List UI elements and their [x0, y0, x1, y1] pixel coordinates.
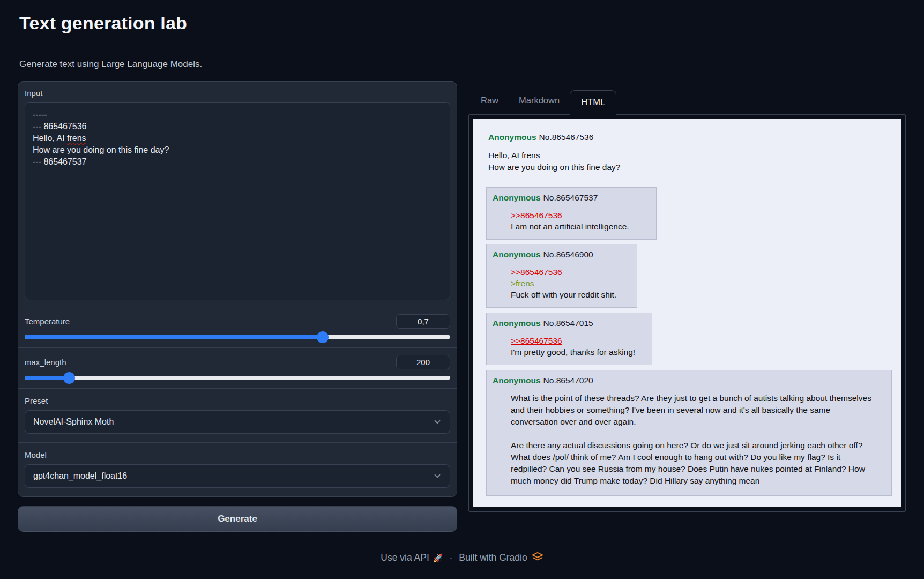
post-body: What is the point of these threads? Are …	[511, 392, 878, 487]
post-header: AnonymousNo.86547015	[493, 318, 646, 328]
post-number: No.865467536	[539, 132, 594, 142]
op-post: AnonymousNo.865467536 Hello, AI frens Ho…	[488, 132, 892, 173]
textarea-line: --- 865467536	[33, 121, 442, 132]
model-dropdown[interactable]: gpt4chan_model_float16	[25, 464, 450, 488]
preset-dropdown[interactable]: NovelAI-Sphinx Moth	[25, 410, 450, 434]
preset-row: Preset NovelAI-Sphinx Moth	[18, 388, 457, 442]
reply-post: AnonymousNo.86547015 >>865467536 I'm pre…	[486, 313, 652, 365]
quote-link[interactable]: >>865467536	[511, 266, 562, 278]
post-body: >>865467536 >frens Fuck off with your re…	[511, 266, 624, 300]
max-length-slider[interactable]	[25, 376, 450, 380]
post-body: Hello, AI frens How are you doing on thi…	[488, 150, 892, 173]
model-selected-value: gpt4chan_model_float16	[33, 471, 127, 481]
tab-html[interactable]: HTML	[570, 90, 616, 115]
poster-name: Anonymous	[493, 193, 541, 202]
quote-link[interactable]: >>865467536	[511, 335, 562, 346]
post-number: No.865467537	[543, 193, 598, 202]
controls-panel: Input ----- --- 865467536 Hello, AI fren…	[18, 81, 457, 497]
rocket-icon: 🚀	[433, 553, 443, 562]
built-with-gradio-link[interactable]: Built with Gradio	[459, 552, 527, 563]
post-header: AnonymousNo.865467536	[488, 132, 892, 142]
post-body: >>865467536 I'm pretty good, thanks for …	[511, 335, 639, 358]
textarea-line: How are you doing on this fine day?	[33, 144, 442, 156]
temperature-label: Temperature	[25, 317, 70, 326]
page-subtitle: Generate text using Large Language Model…	[19, 59, 202, 70]
footer: Use via API🚀·Built with Gradio	[0, 551, 924, 563]
post-header: AnonymousNo.86547020	[493, 376, 886, 385]
page-title: Text generation lab	[19, 13, 187, 34]
model-label: Model	[25, 450, 450, 459]
post-number: No.86547020	[543, 376, 593, 385]
chevron-down-icon	[433, 417, 442, 427]
temperature-row: Temperature 0,7	[18, 307, 457, 347]
post-body: >>865467536 I am not an artificial intel…	[511, 210, 643, 232]
max-length-row: max_length 200	[18, 347, 457, 388]
model-row: Model gpt4chan_model_float16	[18, 442, 457, 496]
textarea-line: --- 865467537	[33, 156, 442, 168]
output-column: Raw Markdown HTML AnonymousNo.865467536 …	[468, 86, 906, 512]
gradio-logo-icon	[532, 551, 543, 563]
reply-post: AnonymousNo.865467537 >>865467536 I am n…	[486, 187, 657, 240]
textarea-line: -----	[33, 109, 442, 121]
textarea-line: Hello, AI frens	[33, 132, 442, 144]
temperature-slider-fill	[25, 335, 323, 339]
poster-name: Anonymous	[493, 376, 541, 385]
input-textarea[interactable]: ----- --- 865467536 Hello, AI frens How …	[25, 102, 450, 300]
input-row: Input ----- --- 865467536 Hello, AI fren…	[18, 82, 457, 307]
post-header: AnonymousNo.86546900	[493, 250, 631, 259]
post-number: No.86547015	[543, 318, 593, 328]
reply-post: AnonymousNo.86546900 >>865467536 >frens …	[486, 244, 637, 308]
preset-selected-value: NovelAI-Sphinx Moth	[33, 417, 114, 427]
post-header: AnonymousNo.865467537	[493, 193, 651, 203]
temperature-slider[interactable]	[25, 335, 450, 339]
poster-name: Anonymous	[493, 250, 541, 259]
chevron-down-icon	[433, 471, 442, 481]
quote-link[interactable]: >>865467536	[511, 210, 562, 221]
temperature-value-input[interactable]: 0,7	[396, 314, 450, 329]
tab-raw[interactable]: Raw	[471, 89, 509, 114]
post-number: No.86546900	[543, 250, 593, 259]
footer-separator: ·	[449, 552, 452, 563]
output-tabbar: Raw Markdown HTML	[468, 86, 906, 114]
tab-markdown[interactable]: Markdown	[509, 89, 570, 114]
thread-view: AnonymousNo.865467536 Hello, AI frens Ho…	[473, 119, 901, 507]
temperature-slider-thumb[interactable]	[317, 331, 329, 343]
generate-button[interactable]: Generate	[18, 506, 457, 532]
max-length-label: max_length	[25, 358, 66, 367]
html-output-panel: AnonymousNo.865467536 Hello, AI frens Ho…	[468, 114, 906, 512]
controls-column: Input ----- --- 865467536 Hello, AI fren…	[18, 81, 457, 532]
reply-post: AnonymousNo.86547020 What is the point o…	[486, 370, 892, 496]
greentext-line: >frens	[511, 278, 624, 289]
poster-name: Anonymous	[493, 318, 541, 328]
misspelled-word: frens	[67, 133, 86, 143]
input-label: Input	[25, 88, 450, 98]
app-root: Text generation lab Generate text using …	[0, 0, 924, 579]
preset-label: Preset	[25, 396, 450, 405]
poster-name: Anonymous	[488, 132, 536, 142]
max-length-slider-fill	[25, 376, 69, 380]
use-via-api-link[interactable]: Use via API	[381, 552, 429, 563]
max-length-slider-thumb[interactable]	[63, 372, 75, 384]
max-length-value-input[interactable]: 200	[396, 355, 450, 369]
